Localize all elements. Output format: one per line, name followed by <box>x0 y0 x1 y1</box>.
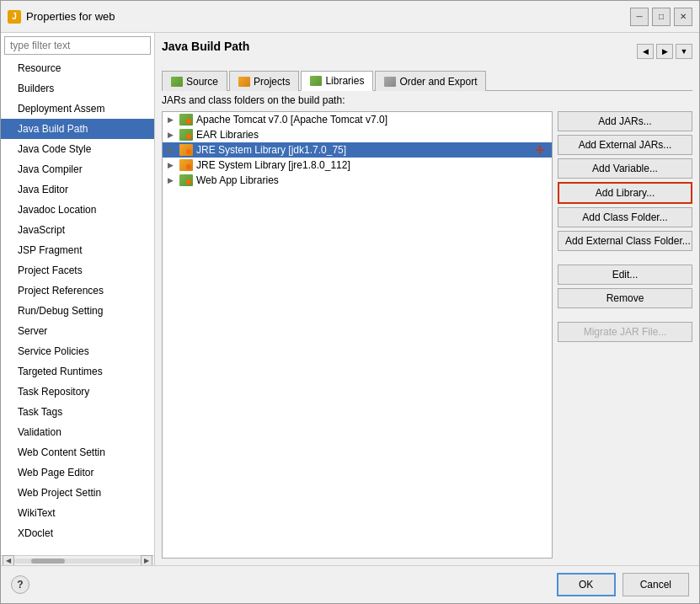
edit-button[interactable]: Edit... <box>558 265 692 285</box>
tree-item[interactable]: ▶Apache Tomcat v7.0 [Apache Tomcat v7.0] <box>163 112 552 127</box>
tab-order-and-export[interactable]: Order and Export <box>375 71 486 91</box>
sidebar-item[interactable]: Targeted Runtimes <box>1 361 154 382</box>
sidebar-item[interactable]: Task Tags <box>1 402 154 422</box>
libraries-area: ▶Apache Tomcat v7.0 [Apache Tomcat v7.0]… <box>162 111 692 559</box>
cancel-button[interactable]: Cancel <box>623 573 689 596</box>
dialog-footer: ? OK Cancel <box>1 565 699 603</box>
tree-expand-icon[interactable]: ▶ <box>168 131 178 139</box>
add-external-class-folder-button[interactable]: Add External Class Folder... <box>558 231 692 251</box>
close-button[interactable]: ✕ <box>674 8 692 26</box>
sidebar-item[interactable]: Java Editor <box>1 179 154 200</box>
properties-dialog: J Properties for web ─ □ ✕ ResourceBuild… <box>0 0 700 604</box>
sidebar-item[interactable]: Java Code Style <box>1 139 154 159</box>
sidebar-item[interactable]: Project References <box>1 281 154 301</box>
tree-expand-icon[interactable]: ▶ <box>168 146 178 154</box>
add-jars-button[interactable]: Add JARs... <box>558 111 692 131</box>
minimize-button[interactable]: ─ <box>630 8 649 26</box>
tree-item-icon <box>179 129 193 141</box>
tree-item-icon <box>179 174 193 186</box>
action-buttons: Add JARs... Add External JARs... Add Var… <box>558 111 692 559</box>
main-panel: Java Build Path ◀ ▶ ▼ SourceProjectsLibr… <box>155 33 699 565</box>
add-class-folder-button[interactable]: Add Class Folder... <box>558 207 692 227</box>
scroll-right-arrow[interactable]: ▶ <box>141 555 152 566</box>
scrollbar-thumb <box>31 559 65 564</box>
tree-item[interactable]: ▶JRE System Library [jre1.8.0_112] <box>163 158 552 173</box>
tree-item-label: EAR Libraries <box>196 129 259 141</box>
ok-button[interactable]: OK <box>557 573 616 596</box>
tree-item[interactable]: ▶EAR Libraries <box>163 127 552 142</box>
help-button[interactable]: ? <box>11 575 29 594</box>
dropdown-button[interactable]: ▼ <box>676 44 692 59</box>
tab-label: Source <box>186 76 218 88</box>
sidebar-item[interactable]: Run/Debug Setting <box>1 301 154 321</box>
tabs-bar: SourceProjectsLibrariesOrder and Export <box>162 70 692 91</box>
sidebar-item[interactable]: XDoclet <box>1 523 154 543</box>
tree-item[interactable]: ▶Web App Libraries <box>163 173 552 188</box>
sidebar-item[interactable]: Validation <box>1 422 154 442</box>
build-path-description: JARs and class folders on the build path… <box>162 94 692 106</box>
tree-item-icon <box>179 114 193 126</box>
add-external-jars-button[interactable]: Add External JARs... <box>558 135 692 155</box>
back-button[interactable]: ◀ <box>637 44 654 59</box>
tab-libraries[interactable]: Libraries <box>301 71 373 91</box>
tree-item-label: JRE System Library [jdk1.7.0_75] <box>196 144 346 156</box>
migrate-jar-file-button[interactable]: Migrate JAR File... <box>558 322 692 342</box>
sidebar-item[interactable]: JavaScript <box>1 220 154 240</box>
forward-button[interactable]: ▶ <box>656 44 673 59</box>
panel-title: Java Build Path <box>162 40 249 56</box>
sidebar-item[interactable]: WikiText <box>1 503 154 523</box>
tab-source[interactable]: Source <box>162 71 227 91</box>
sidebar-item[interactable]: JSP Fragment <box>1 240 154 260</box>
window-controls: ─ □ ✕ <box>630 8 692 26</box>
tree-expand-icon[interactable]: ▶ <box>168 115 178 124</box>
tree-panel[interactable]: ▶Apache Tomcat v7.0 [Apache Tomcat v7.0]… <box>162 111 553 559</box>
add-variable-button[interactable]: Add Variable... <box>558 158 692 179</box>
sidebar-item[interactable]: Java Build Path <box>1 119 154 139</box>
sidebar-item[interactable]: Web Page Editor <box>1 462 154 483</box>
tab-icon <box>171 76 183 88</box>
sidebar-item[interactable]: Deployment Assem <box>1 99 154 119</box>
scroll-left-arrow[interactable]: ◀ <box>3 555 14 566</box>
sidebar-item[interactable]: Project Facets <box>1 260 154 281</box>
dialog-title: Properties for web <box>26 10 630 23</box>
cursor-indicator: ✛ <box>535 143 545 157</box>
sidebar-item[interactable]: Java Compiler <box>1 159 154 179</box>
sidebar-list: ResourceBuildersDeployment AssemJava Bui… <box>1 58 154 555</box>
tab-projects[interactable]: Projects <box>229 71 299 91</box>
tab-icon <box>310 75 322 87</box>
tree-expand-icon[interactable]: ▶ <box>168 161 178 169</box>
tab-icon <box>384 76 396 88</box>
sidebar-item[interactable]: Resource <box>1 58 154 78</box>
footer-buttons: OK Cancel <box>557 573 689 596</box>
title-bar: J Properties for web ─ □ ✕ <box>1 1 699 33</box>
sidebar-item[interactable]: Server <box>1 321 154 341</box>
tree-item-icon <box>179 144 193 156</box>
sidebar-item[interactable]: Task Repository <box>1 382 154 402</box>
sidebar-scrollbar: ◀ ▶ <box>1 555 154 565</box>
tab-label: Order and Export <box>399 76 477 88</box>
tree-expand-icon[interactable]: ▶ <box>168 176 178 184</box>
maximize-button[interactable]: □ <box>652 8 671 26</box>
scrollbar-track <box>14 559 141 564</box>
sidebar-item[interactable]: Web Project Settin <box>1 483 154 503</box>
tab-icon <box>238 76 250 88</box>
sidebar-item[interactable]: Javadoc Location <box>1 200 154 220</box>
tab-label: Projects <box>254 76 290 88</box>
tree-item-label: Web App Libraries <box>196 174 279 186</box>
dialog-icon: J <box>8 10 21 24</box>
sidebar: ResourceBuildersDeployment AssemJava Bui… <box>1 33 155 565</box>
tree-item-label: Apache Tomcat v7.0 [Apache Tomcat v7.0] <box>196 114 387 126</box>
tree-item-icon <box>179 159 193 171</box>
sidebar-item[interactable]: Service Policies <box>1 341 154 361</box>
remove-button[interactable]: Remove <box>558 288 692 308</box>
tab-label: Libraries <box>325 75 364 87</box>
sidebar-item[interactable]: Web Content Settin <box>1 442 154 462</box>
add-library-button[interactable]: Add Library... <box>558 182 692 204</box>
sidebar-item[interactable]: Builders <box>1 78 154 99</box>
tree-item-label: JRE System Library [jre1.8.0_112] <box>196 159 350 171</box>
tree-item[interactable]: ▶JRE System Library [jdk1.7.0_75]✛ <box>163 142 552 158</box>
dialog-body: ResourceBuildersDeployment AssemJava Bui… <box>1 33 699 565</box>
filter-input[interactable] <box>4 36 151 55</box>
